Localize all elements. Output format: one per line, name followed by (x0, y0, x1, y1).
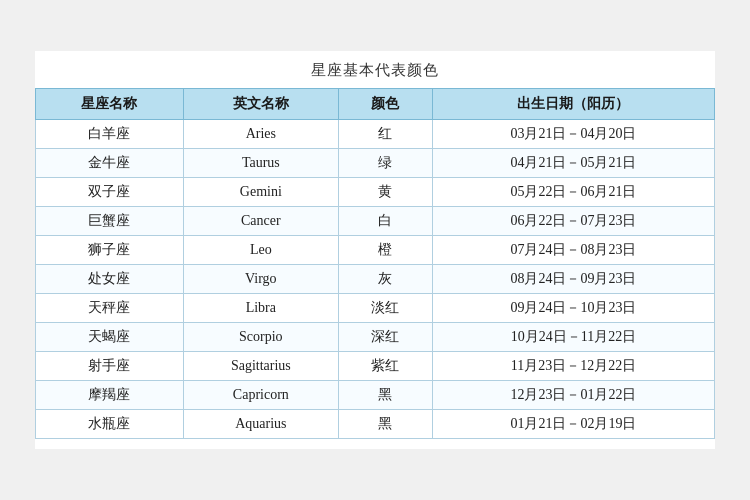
cell-color: 红 (338, 120, 432, 149)
cell-dates: 10月24日－11月22日 (432, 323, 714, 352)
col-header-english: 英文名称 (183, 89, 338, 120)
cell-chinese: 射手座 (36, 352, 184, 381)
cell-chinese: 处女座 (36, 265, 184, 294)
cell-chinese: 白羊座 (36, 120, 184, 149)
table-row: 狮子座Leo橙07月24日－08月23日 (36, 236, 715, 265)
table-row: 白羊座Aries红03月21日－04月20日 (36, 120, 715, 149)
zodiac-table: 星座名称 英文名称 颜色 出生日期（阳历） 白羊座Aries红03月21日－04… (35, 88, 715, 439)
cell-chinese: 水瓶座 (36, 410, 184, 439)
cell-color: 紫红 (338, 352, 432, 381)
col-header-chinese: 星座名称 (36, 89, 184, 120)
cell-dates: 06月22日－07月23日 (432, 207, 714, 236)
cell-color: 绿 (338, 149, 432, 178)
col-header-dates: 出生日期（阳历） (432, 89, 714, 120)
table-header-row: 星座名称 英文名称 颜色 出生日期（阳历） (36, 89, 715, 120)
cell-dates: 12月23日－01月22日 (432, 381, 714, 410)
table-row: 金牛座Taurus绿04月21日－05月21日 (36, 149, 715, 178)
col-header-color: 颜色 (338, 89, 432, 120)
cell-english: Gemini (183, 178, 338, 207)
cell-english: Aries (183, 120, 338, 149)
main-container: 星座基本代表颜色 星座名称 英文名称 颜色 出生日期（阳历） 白羊座Aries红… (35, 51, 715, 449)
table-row: 天秤座Libra淡红09月24日－10月23日 (36, 294, 715, 323)
cell-color: 白 (338, 207, 432, 236)
cell-color: 淡红 (338, 294, 432, 323)
cell-chinese: 巨蟹座 (36, 207, 184, 236)
cell-chinese: 摩羯座 (36, 381, 184, 410)
cell-english: Capricorn (183, 381, 338, 410)
cell-english: Taurus (183, 149, 338, 178)
table-row: 射手座Sagittarius紫红11月23日－12月22日 (36, 352, 715, 381)
table-row: 双子座Gemini黄05月22日－06月21日 (36, 178, 715, 207)
cell-english: Libra (183, 294, 338, 323)
cell-color: 深红 (338, 323, 432, 352)
cell-dates: 05月22日－06月21日 (432, 178, 714, 207)
cell-chinese: 天蝎座 (36, 323, 184, 352)
cell-chinese: 双子座 (36, 178, 184, 207)
cell-color: 黑 (338, 410, 432, 439)
cell-dates: 04月21日－05月21日 (432, 149, 714, 178)
cell-english: Leo (183, 236, 338, 265)
table-row: 水瓶座Aquarius黑01月21日－02月19日 (36, 410, 715, 439)
table-row: 天蝎座Scorpio深红10月24日－11月22日 (36, 323, 715, 352)
cell-english: Aquarius (183, 410, 338, 439)
cell-dates: 01月21日－02月19日 (432, 410, 714, 439)
cell-english: Cancer (183, 207, 338, 236)
cell-dates: 03月21日－04月20日 (432, 120, 714, 149)
table-row: 处女座Virgo灰08月24日－09月23日 (36, 265, 715, 294)
cell-chinese: 天秤座 (36, 294, 184, 323)
cell-dates: 07月24日－08月23日 (432, 236, 714, 265)
cell-english: Scorpio (183, 323, 338, 352)
cell-color: 黄 (338, 178, 432, 207)
page-title: 星座基本代表颜色 (35, 61, 715, 80)
cell-dates: 09月24日－10月23日 (432, 294, 714, 323)
cell-color: 黑 (338, 381, 432, 410)
cell-color: 橙 (338, 236, 432, 265)
cell-dates: 08月24日－09月23日 (432, 265, 714, 294)
cell-english: Virgo (183, 265, 338, 294)
cell-chinese: 狮子座 (36, 236, 184, 265)
cell-color: 灰 (338, 265, 432, 294)
cell-dates: 11月23日－12月22日 (432, 352, 714, 381)
table-row: 巨蟹座Cancer白06月22日－07月23日 (36, 207, 715, 236)
cell-chinese: 金牛座 (36, 149, 184, 178)
table-row: 摩羯座Capricorn黑12月23日－01月22日 (36, 381, 715, 410)
cell-english: Sagittarius (183, 352, 338, 381)
